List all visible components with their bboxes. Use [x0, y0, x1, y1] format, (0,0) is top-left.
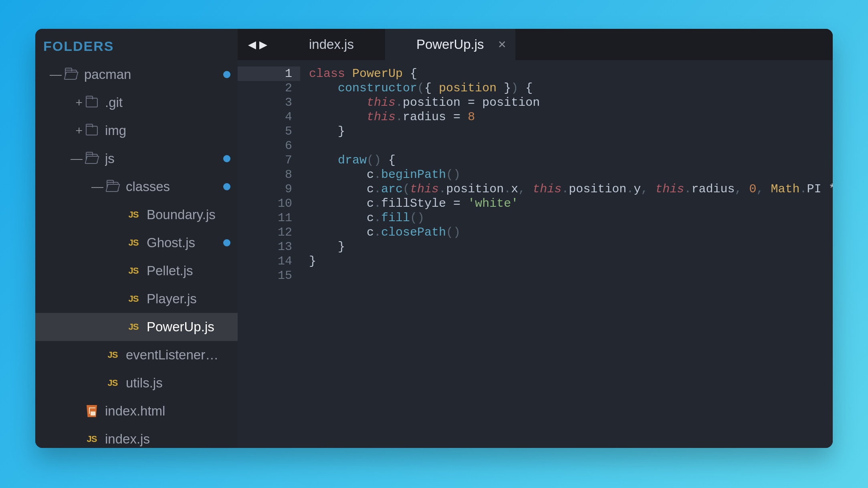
- folder-open-icon: [103, 182, 122, 192]
- code-line: c.fill(): [309, 211, 833, 225]
- code-line: c.beginPath(): [309, 167, 833, 182]
- tree-item-label: utils.js: [126, 375, 219, 391]
- editor-window: FOLDERS —pacman+.git+img—js—classesJSBou…: [35, 29, 833, 448]
- code-line: }: [309, 254, 833, 268]
- tree-item-label: .git: [105, 95, 219, 110]
- folder-open-icon: [62, 70, 80, 79]
- folder-icon: [83, 126, 101, 135]
- code-line: this.position = position: [309, 95, 833, 110]
- tree-item-label: Ghost.js: [147, 235, 219, 250]
- js-file-icon: JS: [124, 266, 143, 276]
- close-tab-icon[interactable]: ✕: [498, 38, 507, 51]
- tree-item-label: img: [105, 123, 219, 138]
- tree-item-label: Player.js: [147, 291, 219, 307]
- modified-dot-icon: [223, 239, 230, 246]
- collapse-icon[interactable]: —: [87, 180, 103, 194]
- html-file-icon: [83, 405, 101, 417]
- tab-bar: ◀ ▶ index.jsPowerUp.js✕: [238, 29, 833, 60]
- code-line: c.arc(this.position.x, this.position.y, …: [309, 182, 833, 196]
- code-line: class PowerUp {: [309, 67, 833, 81]
- code-line: draw() {: [309, 153, 833, 167]
- code-line: }: [309, 240, 833, 254]
- editor-pane: ◀ ▶ index.jsPowerUp.js✕ 1234567891011121…: [238, 29, 833, 448]
- expand-icon[interactable]: +: [66, 124, 83, 137]
- js-file-icon: JS: [83, 434, 101, 444]
- line-number[interactable]: 5: [238, 124, 292, 139]
- folder-row[interactable]: +.git: [35, 89, 238, 117]
- line-number[interactable]: 7: [238, 153, 292, 167]
- file-row[interactable]: JSeventListeners.js: [35, 341, 238, 369]
- modified-dot-icon: [223, 155, 230, 162]
- file-row[interactable]: index.html: [35, 397, 238, 425]
- tree-item-label: pacman: [84, 67, 219, 82]
- file-row[interactable]: JSBoundary.js: [35, 201, 238, 229]
- tab-nav: ◀ ▶: [238, 29, 278, 60]
- tree-item-label: Boundary.js: [147, 207, 219, 222]
- code-line: }: [309, 124, 833, 139]
- sidebar: FOLDERS —pacman+.git+img—js—classesJSBou…: [35, 29, 238, 448]
- tree-item-label: classes: [126, 179, 219, 194]
- code-line: this.radius = 8: [309, 110, 833, 124]
- folder-row[interactable]: +img: [35, 117, 238, 145]
- line-number[interactable]: 13: [238, 240, 292, 254]
- code-line: [309, 268, 833, 283]
- line-number-gutter: 123456789101112131415: [238, 60, 300, 448]
- tab[interactable]: index.js: [278, 29, 385, 60]
- file-row[interactable]: JSGhost.js: [35, 229, 238, 257]
- editor-body: 123456789101112131415 class PowerUp { co…: [238, 60, 833, 448]
- tab[interactable]: PowerUp.js✕: [385, 29, 515, 60]
- file-row[interactable]: JSindex.js: [35, 425, 238, 448]
- line-number[interactable]: 10: [238, 196, 292, 211]
- line-number[interactable]: 14: [238, 254, 292, 268]
- collapse-icon[interactable]: —: [45, 68, 62, 81]
- code-line: [309, 139, 833, 153]
- folder-icon: [83, 98, 101, 107]
- code-line: c.closePath(): [309, 225, 833, 240]
- line-number[interactable]: 6: [238, 139, 292, 153]
- line-number[interactable]: 9: [238, 182, 292, 196]
- code-line: constructor({ position }) {: [309, 81, 833, 95]
- js-file-icon: JS: [124, 238, 143, 248]
- modified-dot-icon: [223, 71, 230, 78]
- tree-item-label: index.html: [105, 403, 219, 419]
- js-file-icon: JS: [124, 322, 143, 332]
- folder-row[interactable]: —js: [35, 145, 238, 173]
- tab-nav-prev-icon[interactable]: ◀: [248, 38, 256, 51]
- code-line: c.fillStyle = 'white': [309, 196, 833, 211]
- tab-label: PowerUp.js: [416, 37, 484, 52]
- expand-icon[interactable]: +: [66, 96, 83, 109]
- folder-row[interactable]: —pacman: [35, 60, 238, 89]
- tree-item-label: index.js: [105, 432, 219, 447]
- js-file-icon: JS: [124, 294, 143, 304]
- js-file-icon: JS: [103, 378, 122, 388]
- line-number[interactable]: 12: [238, 225, 292, 240]
- file-row[interactable]: JSPowerUp.js: [35, 313, 238, 341]
- js-file-icon: JS: [124, 210, 143, 220]
- folder-row[interactable]: —classes: [35, 173, 238, 201]
- tree-item-label: PowerUp.js: [147, 319, 219, 335]
- tree-item-label: js: [105, 151, 219, 166]
- line-number[interactable]: 2: [238, 81, 292, 95]
- sidebar-title: FOLDERS: [35, 29, 238, 60]
- tab-nav-next-icon[interactable]: ▶: [259, 38, 267, 51]
- code-area[interactable]: class PowerUp { constructor({ position }…: [300, 60, 833, 448]
- line-number[interactable]: 1: [238, 67, 300, 81]
- js-file-icon: JS: [103, 350, 122, 360]
- line-number[interactable]: 3: [238, 95, 292, 110]
- line-number[interactable]: 8: [238, 167, 292, 182]
- line-number[interactable]: 11: [238, 211, 292, 225]
- file-row[interactable]: JSutils.js: [35, 369, 238, 397]
- collapse-icon[interactable]: —: [66, 152, 83, 165]
- tab-label: index.js: [309, 37, 354, 52]
- modified-dot-icon: [223, 183, 230, 190]
- file-row[interactable]: JSPlayer.js: [35, 285, 238, 313]
- tree-item-label: eventListeners.js: [126, 347, 219, 363]
- tree-item-label: Pellet.js: [147, 263, 219, 278]
- file-row[interactable]: JSPellet.js: [35, 257, 238, 285]
- file-tree: —pacman+.git+img—js—classesJSBoundary.js…: [35, 60, 238, 448]
- folder-open-icon: [83, 154, 101, 163]
- line-number[interactable]: 4: [238, 110, 292, 124]
- tabs: index.jsPowerUp.js✕: [278, 29, 515, 60]
- line-number[interactable]: 15: [238, 268, 292, 283]
